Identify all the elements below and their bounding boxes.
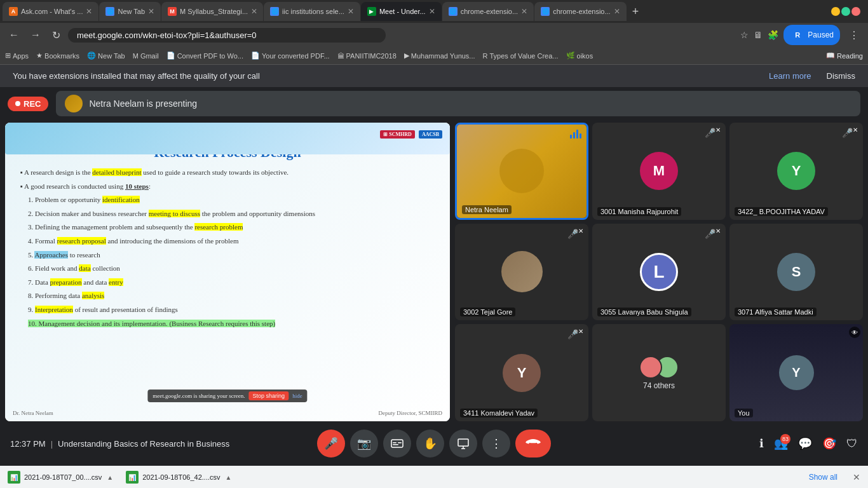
bookmark-oikos[interactable]: 🌿 oikos [566,51,593,60]
rec-button[interactable]: REC [8,97,48,111]
wave-bar-1 [570,135,572,139]
globe-icon-bm: 🌐 [87,51,96,60]
download-icon-1: 📊 [8,471,20,484]
dismiss-button[interactable]: Dismiss [827,71,856,81]
window-controls [831,7,865,16]
people-button[interactable]: 👥 83 [774,437,788,451]
tab-newtab[interactable]: 🌐 New Tab ✕ [99,2,161,21]
slide-footer-left: Dr. Netra Neelam [13,410,53,416]
tab-askcom[interactable]: A Ask.com - What's ... ✕ [3,2,98,21]
stop-sharing-button[interactable]: Stop sharing [249,391,289,400]
bookmark-gmail[interactable]: M Gmail [133,52,159,60]
tab-ext2[interactable]: 🌐 chrome-extensio... ✕ [534,2,626,21]
participant-tile-komal[interactable]: Y 🎤✕ 3411 Komaldevi Yadav [455,324,588,421]
bookmark-newtab-label: New Tab [98,52,125,60]
downloads-close-button[interactable]: ✕ [853,472,860,482]
reading-list-button[interactable]: 📖 Reading [826,51,863,60]
bookmark-types[interactable]: R Types of Value Crea... [483,52,559,60]
bookmark-bookmarks[interactable]: ★ Bookmarks [36,51,79,60]
bookmark-apps[interactable]: ⊞ Apps [5,51,29,60]
end-call-button[interactable] [515,430,551,458]
address-bar[interactable] [68,28,386,43]
download-filename-1: 2021-09-18T07_00....csv [24,473,102,481]
extensions-icon[interactable]: 🧩 [768,30,778,40]
slide-content: ▪ A research design is the detailed blue… [15,167,440,329]
tab-meet[interactable]: ▶ Meet - Under... ✕ [361,2,442,21]
paused-button[interactable]: R Paused [783,25,840,45]
tab-close-syllabus[interactable]: ✕ [251,7,257,16]
participant-tile-tejal[interactable]: 🎤✕ 3002 Tejal Gore [455,224,588,321]
bookmark-pdf2[interactable]: 📄 Your converted PDF... [251,51,330,60]
tab-icon-ext2: 🌐 [541,7,550,16]
more-options-button[interactable]: ⋮ [845,27,863,44]
tab-close-iic[interactable]: ✕ [348,7,354,16]
hide-label[interactable]: hide [292,393,302,399]
info-button[interactable]: ℹ [759,437,764,451]
raise-hand-button[interactable]: ✋ [416,430,444,458]
bookmark-pdf[interactable]: 📄 Convert PDF to Wo... [166,51,243,60]
mute-icon-poojitha: 🎤✕ [842,126,858,138]
tab-syllabus[interactable]: M M Syllabus_Strategi... ✕ [161,2,263,21]
screenshare-icon[interactable]: 🖥 [754,30,763,40]
presentation-slide: ⊞ SCMHRD AACSB Research Process Design ▪… [5,123,450,421]
download-item-2[interactable]: 📊 2021-09-18T06_42....csv ▲ [126,471,231,484]
download-chevron-1[interactable]: ▲ [107,474,113,481]
tab-label-askcom: Ask.com - What's ... [21,8,83,15]
new-tab-button[interactable]: + [627,5,644,18]
present-button[interactable] [449,430,477,458]
svg-rect-0 [391,440,403,447]
tab-iic[interactable]: 🌐 iic institutions sele... ✕ [264,2,360,21]
minimize-button[interactable] [831,7,840,16]
bookmark-newtab[interactable]: 🌐 New Tab [87,51,125,60]
participant-tile-netra[interactable]: Netra Neelam [455,123,588,220]
video-button[interactable]: 📷 [350,430,378,458]
close-window-button[interactable] [851,7,860,16]
bookmark-icon[interactable]: ☆ [740,30,749,40]
slide-footer-right: Deputy Director, SCMIIRD [379,410,442,416]
tab-close-newtab[interactable]: ✕ [148,7,154,16]
svg-rect-2 [393,444,398,445]
security-button[interactable]: 🛡 [846,437,858,451]
download-chevron-2[interactable]: ▲ [226,474,232,481]
you-avatar: Y [779,355,814,390]
learn-more-button[interactable]: Learn more [769,71,811,81]
captions-icon [391,439,403,448]
share-bar: meet.google.com is sharing your screen. … [147,390,307,402]
share-text: meet.google.com is sharing your screen. [153,393,245,399]
tab-close-askcom[interactable]: ✕ [86,7,92,16]
tab-close-meet[interactable]: ✕ [429,7,435,16]
slide-line-2: ▪ A good research is conducted using 10 … [20,181,435,193]
participant-tile-poojitha[interactable]: Y 🎤✕ 3422_ B.POOJITHA YADAV [729,123,863,220]
back-button[interactable]: ← [5,27,23,43]
tab-close-ext2[interactable]: ✕ [614,7,620,16]
download-item-1[interactable]: 📊 2021-09-18T07_00....csv ▲ [8,471,113,484]
chat-button[interactable]: 💬 [798,437,812,451]
participant-tile-alfiya[interactable]: S 3071 Alfiya Sattar Madki [729,224,863,321]
tab-close-ext1[interactable]: ✕ [521,7,527,16]
maximize-button[interactable] [841,7,850,16]
captions-button[interactable] [383,430,411,458]
main-presentation: ⊞ SCMHRD AACSB Research Process Design ▪… [5,123,450,421]
mic-button[interactable]: 🎤 [317,430,345,458]
forward-button[interactable]: → [27,27,44,43]
paused-label: Paused [808,30,834,39]
bookmark-paniit[interactable]: 🏛 PANIITIMC2018 [337,52,397,60]
download-filename-2: 2021-09-18T06_42....csv [142,473,220,481]
activities-button[interactable]: 🎯 [822,437,836,451]
tab-label-meet: Meet - Under... [379,8,426,15]
participant-tile-you[interactable]: Y 👁 You [729,324,863,421]
participant-tile-others[interactable]: 74 others [592,324,726,421]
tab-icon-syllabus: M [168,7,177,16]
bookmark-yunus[interactable]: ▶ Muhammad Yunus... [404,51,475,60]
present-icon [457,437,470,450]
tab-bar: A Ask.com - What's ... ✕ 🌐 New Tab ✕ M M… [0,0,868,23]
others-avatars [639,356,679,379]
refresh-button[interactable]: ↻ [48,27,64,44]
show-all-button[interactable]: Show all [809,473,837,482]
more-options-meet-button[interactable]: ⋮ [482,430,510,458]
participant-tile-lavanya[interactable]: L 🎤✕ 3055 Lavanya Babu Shigula [592,224,726,321]
bookmark-types-label: Types of Value Crea... [489,52,558,60]
tab-ext1[interactable]: 🌐 chrome-extensio... ✕ [442,2,534,21]
rec-label: REC [24,99,41,109]
participant-tile-manisha[interactable]: M 🎤✕ 3001 Manisha Rajpurohit [592,123,726,220]
